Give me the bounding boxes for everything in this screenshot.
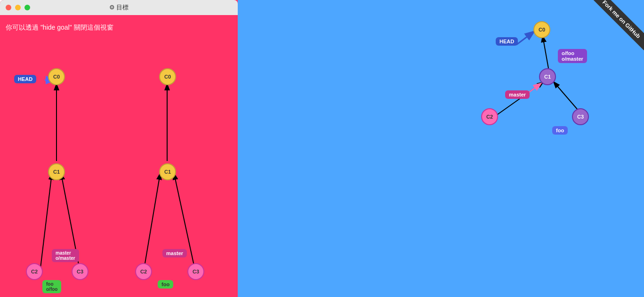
- window-title: ⚙ 目標: [109, 3, 129, 12]
- right-g1-head: HEAD: [496, 37, 518, 46]
- left-graph-svg: [0, 15, 238, 297]
- title-bar: ⚙ 目標: [0, 0, 238, 15]
- goal-g1-c2: C2: [26, 263, 43, 280]
- svg-line-10: [516, 32, 533, 45]
- goal-g2-master: master: [162, 249, 187, 257]
- goal-g1-foo-ofoo: fooo/foo: [42, 280, 61, 293]
- right-panel: Fork me on GitHub: [238, 0, 644, 297]
- right-g1-foo: foo: [552, 126, 568, 135]
- goal-window: ⚙ 目標 你可以透過 "hide goal" 關閉這個視窗: [0, 0, 238, 297]
- svg-line-9: [543, 37, 548, 68]
- main-container: ⚙ 目標 你可以透過 "hide goal" 關閉這個視窗: [0, 0, 644, 297]
- minimize-button[interactable]: [15, 5, 21, 10]
- svg-line-7: [494, 82, 543, 117]
- fork-ribbon[interactable]: Fork me on GitHub: [583, 0, 644, 61]
- right-g1-c2: C2: [481, 108, 498, 125]
- goal-g2-c2: C2: [135, 263, 152, 280]
- svg-line-0: [40, 174, 52, 272]
- goal-g1-c3: C3: [72, 263, 89, 280]
- goal-g1-c0: C0: [48, 68, 65, 85]
- goal-g2-c3: C3: [187, 263, 204, 280]
- right-g1-c1: C1: [539, 68, 556, 85]
- fork-ribbon-label[interactable]: Fork me on GitHub: [590, 0, 644, 50]
- right-g1-c3: C3: [572, 108, 589, 125]
- svg-line-4: [144, 174, 160, 272]
- right-g1-master: master: [505, 90, 530, 99]
- goal-g2-c0: C0: [159, 68, 176, 85]
- goal-g1-c1: C1: [48, 163, 65, 180]
- goal-g1-master-omaster: mastero/master: [52, 249, 79, 262]
- goal-g1-head: HEAD: [14, 75, 36, 83]
- goal-g2-c1: C1: [159, 163, 176, 180]
- left-graph-area: C0 HEAD C1 C2 C3 mastero/master fooo/foo…: [0, 15, 238, 297]
- right-g1-c0: C0: [533, 21, 550, 38]
- close-button[interactable]: [6, 5, 11, 10]
- maximize-button[interactable]: [24, 5, 30, 10]
- goal-g2-foo: foo: [158, 280, 173, 289]
